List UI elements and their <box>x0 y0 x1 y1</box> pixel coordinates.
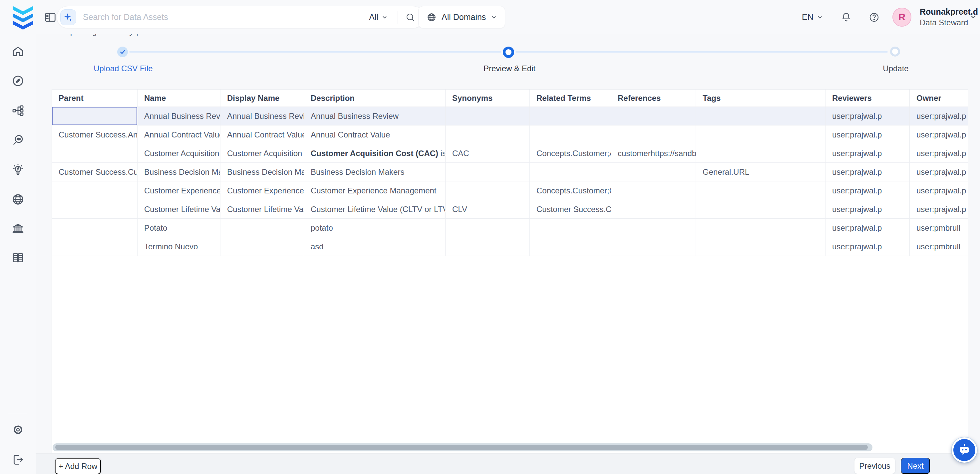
sidebar-item-observability[interactable] <box>11 134 25 147</box>
cell-related-terms[interactable] <box>530 219 611 237</box>
cell-reviewers[interactable]: user:prajwal.p <box>826 237 910 256</box>
cell-reviewers[interactable]: user:prajwal.p <box>826 181 910 200</box>
add-row-button[interactable]: + Add Row <box>55 458 101 474</box>
cell-references[interactable]: customerhttps://sandb... <box>611 144 696 163</box>
cell-parent[interactable]: Customer Success.An... <box>52 126 137 144</box>
sidebar-toggle-icon[interactable] <box>44 11 57 24</box>
cell-references[interactable] <box>611 181 696 200</box>
cell-synonyms[interactable] <box>445 107 530 126</box>
cell-parent[interactable] <box>52 107 137 126</box>
app-logo-icon[interactable] <box>10 3 37 31</box>
cell-references[interactable] <box>611 237 696 256</box>
cell-name[interactable]: Customer Experience ... <box>137 181 220 200</box>
cell-tags[interactable] <box>696 200 826 219</box>
cell-display-name[interactable]: Customer Lifetime Val... <box>220 200 304 219</box>
cell-name[interactable]: Business Decision Ma... <box>137 163 220 181</box>
sidebar-item-governance[interactable] <box>11 222 25 235</box>
sidebar-item-domains[interactable] <box>11 193 25 206</box>
cell-owner[interactable]: user:prajwal.p <box>910 126 968 144</box>
cell-synonyms[interactable]: CLV <box>445 200 530 219</box>
cell-synonyms[interactable] <box>445 163 530 181</box>
cell-description[interactable]: Annual Business Review <box>304 107 445 126</box>
cell-synonyms[interactable] <box>445 219 530 237</box>
cell-name[interactable]: Annual Business Review <box>137 107 220 126</box>
cell-description[interactable]: Business Decision Makers <box>304 163 445 181</box>
cell-name[interactable]: Potato <box>137 219 220 237</box>
cell-tags[interactable] <box>696 144 826 163</box>
cell-synonyms[interactable] <box>445 237 530 256</box>
cell-display-name[interactable]: Customer Experience ... <box>220 181 304 200</box>
cell-display-name[interactable]: Annual Contract Value ... <box>220 126 304 144</box>
cell-description[interactable]: potato <box>304 219 445 237</box>
cell-reviewers[interactable]: user:prajwal.p <box>826 200 910 219</box>
cell-reviewers[interactable]: user:prajwal.p <box>826 144 910 163</box>
cell-parent[interactable]: Customer Success.Cu... <box>52 163 137 181</box>
cell-related-terms[interactable] <box>530 163 611 181</box>
next-button[interactable]: Next <box>901 458 930 474</box>
cell-related-terms[interactable] <box>530 126 611 144</box>
cell-owner[interactable]: user:prajwal.p <box>910 144 968 163</box>
cell-tags[interactable]: General.URL <box>696 163 826 181</box>
search-input[interactable] <box>83 12 366 22</box>
cell-synonyms[interactable] <box>445 126 530 144</box>
cell-parent[interactable] <box>52 144 137 163</box>
cell-tags[interactable] <box>696 181 826 200</box>
language-selector[interactable]: EN <box>802 0 823 34</box>
cell-owner[interactable]: user:pmbrull <box>910 237 968 256</box>
cell-parent[interactable] <box>52 200 137 219</box>
notifications-button[interactable] <box>840 0 852 34</box>
user-menu[interactable]: Rounakpreet.d Data Steward <box>920 6 978 28</box>
cell-references[interactable] <box>611 219 696 237</box>
cell-reviewers[interactable]: user:prajwal.p <box>826 126 910 144</box>
cell-tags[interactable] <box>696 107 826 126</box>
sidebar-item-home[interactable] <box>11 45 25 58</box>
cell-display-name[interactable] <box>220 219 304 237</box>
cell-synonyms[interactable] <box>445 181 530 200</box>
user-menu-chevron-icon[interactable] <box>970 13 977 22</box>
cell-name[interactable]: Annual Contract Value <box>137 126 220 144</box>
cell-display-name[interactable]: Annual Business Revie... <box>220 107 304 126</box>
cell-references[interactable] <box>611 163 696 181</box>
cell-related-terms[interactable]: Concepts.Customer;A... <box>530 144 611 163</box>
cell-related-terms[interactable]: Concepts.Customer;C... <box>530 181 611 200</box>
search-scope-dropdown[interactable]: All <box>369 12 388 22</box>
previous-button[interactable]: Previous <box>854 458 896 474</box>
cell-references[interactable] <box>611 107 696 126</box>
cell-owner[interactable]: user:prajwal.p <box>910 200 968 219</box>
cell-reviewers[interactable]: user:prajwal.p <box>826 107 910 126</box>
cell-description[interactable]: Customer Acquisition Cost (CAC) is a ... <box>304 144 445 163</box>
sidebar-item-glossary[interactable] <box>11 251 25 265</box>
search-icon[interactable] <box>405 12 415 22</box>
cell-name[interactable]: Termino Nuevo <box>137 237 220 256</box>
cell-tags[interactable] <box>696 219 826 237</box>
cell-description[interactable]: Annual Contract Value <box>304 126 445 144</box>
cell-references[interactable] <box>611 200 696 219</box>
cell-references[interactable] <box>611 126 696 144</box>
cell-related-terms[interactable] <box>530 237 611 256</box>
cell-owner[interactable]: user:prajwal.p <box>910 107 968 126</box>
sidebar-item-lineage[interactable] <box>11 104 25 117</box>
cell-related-terms[interactable]: Customer Success.Cu... <box>530 200 611 219</box>
sidebar-item-explore[interactable] <box>11 74 25 87</box>
cell-reviewers[interactable]: user:prajwal.p <box>826 163 910 181</box>
cell-owner[interactable]: user:prajwal.p <box>910 163 968 181</box>
sidebar-item-settings[interactable] <box>11 423 25 436</box>
cell-display-name[interactable]: Customer Acquisition ... <box>220 144 304 163</box>
ai-sparkle-icon[interactable] <box>60 9 76 25</box>
sidebar-item-logout[interactable] <box>11 453 25 466</box>
cell-tags[interactable] <box>696 126 826 144</box>
cell-name[interactable]: Customer Lifetime Value <box>137 200 220 219</box>
cell-parent[interactable] <box>52 237 137 256</box>
cell-reviewers[interactable]: user:prajwal.p <box>826 219 910 237</box>
cell-parent[interactable] <box>52 219 137 237</box>
cell-name[interactable]: Customer Acquisition ... <box>137 144 220 163</box>
cell-tags[interactable] <box>696 237 826 256</box>
avatar[interactable]: R <box>892 8 912 27</box>
chatbot-fab[interactable] <box>952 437 977 463</box>
cell-description[interactable]: asd <box>304 237 445 256</box>
cell-synonyms[interactable]: CAC <box>445 144 530 163</box>
cell-related-terms[interactable] <box>530 107 611 126</box>
sidebar-item-insights[interactable] <box>11 163 25 177</box>
help-button[interactable] <box>869 0 880 34</box>
cell-description[interactable]: Customer Experience Management <box>304 181 445 200</box>
